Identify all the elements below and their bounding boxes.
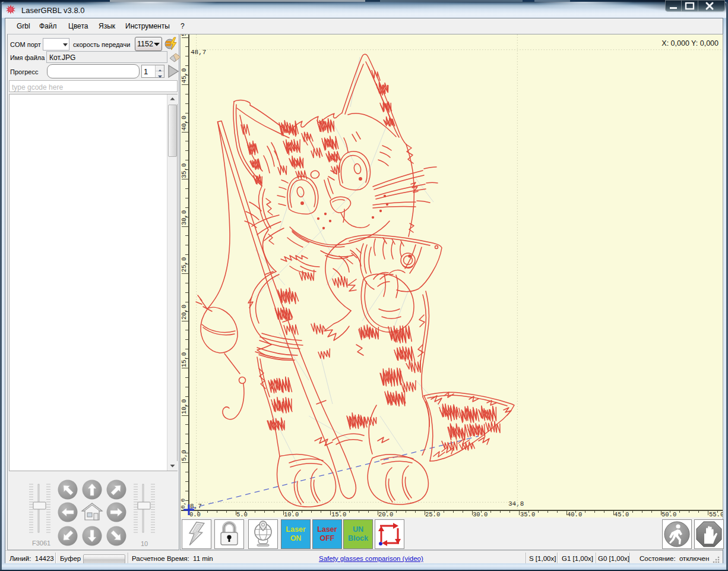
svg-text:40,0: 40,0	[181, 116, 188, 131]
svg-text:50.0: 50.0	[661, 511, 676, 518]
svg-text:34,8: 34,8	[508, 500, 524, 507]
svg-text:55.0: 55.0	[709, 511, 723, 518]
svg-text:30.0: 30.0	[473, 511, 488, 518]
svg-text:48,7: 48,7	[191, 49, 206, 56]
svg-text:35,0: 35,0	[181, 163, 188, 178]
svg-text:5.0: 5.0	[236, 511, 248, 518]
svg-text:45.0: 45.0	[614, 511, 629, 518]
svg-text:X: 0,000 Y: 0,000: X: 0,000 Y: 0,000	[661, 39, 718, 48]
svg-text:10.0: 10.0	[284, 511, 299, 518]
svg-text:15.0: 15.0	[331, 511, 346, 518]
svg-text:40.0: 40.0	[567, 511, 582, 518]
svg-text:20,0: 20,0	[181, 305, 188, 320]
svg-text:50,0: 50,0	[181, 34, 188, 36]
svg-text:30,0: 30,0	[181, 210, 188, 225]
svg-text:15,0: 15,0	[181, 352, 188, 367]
svg-text:5,0: 5,0	[181, 450, 188, 461]
svg-text:25.0: 25.0	[425, 511, 440, 518]
svg-text:0.0: 0.0	[189, 511, 201, 518]
svg-text:10,0: 10,0	[181, 399, 188, 414]
svg-text:35.0: 35.0	[520, 511, 535, 518]
svg-text:25,0: 25,0	[181, 257, 188, 272]
svg-text:20.0: 20.0	[378, 511, 393, 518]
svg-text:45,0: 45,0	[181, 68, 188, 83]
svg-text:0,0: 0,0	[181, 499, 186, 509]
